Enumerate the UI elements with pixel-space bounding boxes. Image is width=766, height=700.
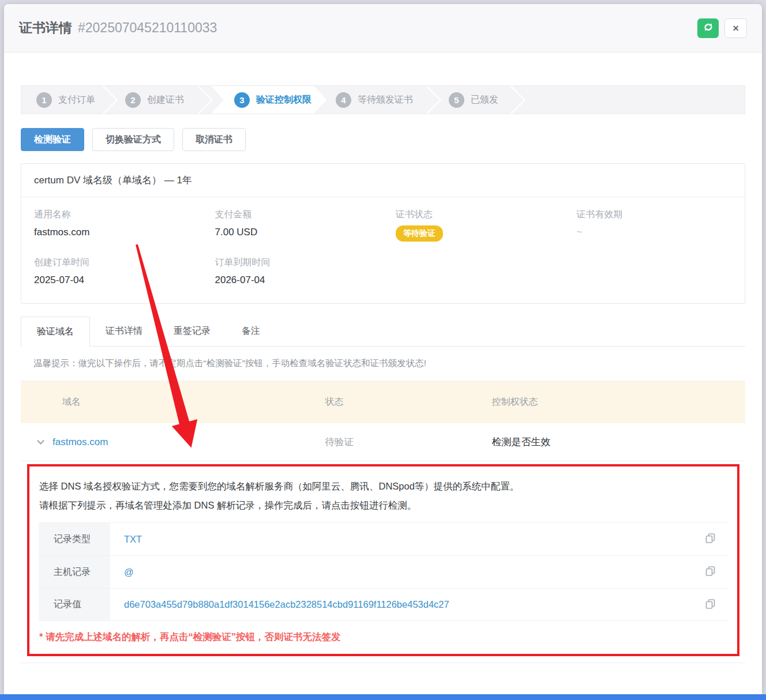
tab-verify-domain[interactable]: 验证域名 (21, 317, 90, 347)
field-label: 创建订单时间 (34, 257, 190, 269)
record-value: d6e703a455d79b880a1df3014156e2acb2328514… (110, 589, 692, 620)
dns-desc-line2: 请根据下列提示，再域名管理处添加 DNS 解析记录，操作完成后，请点击按钮进行检… (39, 496, 726, 515)
control-status-action[interactable]: 检测是否生效 (491, 435, 745, 449)
field-label: 支付金额 (215, 209, 371, 221)
toolbar: 检测验证 切换验证方式 取消证书 (21, 128, 745, 151)
record-label: 主机记录 (39, 556, 110, 588)
modal-body: 1 支付订单 2 创建证书 3 验证控制权限 4 等待颁发证书 5 已颁发 检测… (4, 85, 762, 663)
step-label: 等待颁发证书 (358, 94, 413, 106)
tab-content-divider (21, 656, 745, 663)
close-button[interactable]: ✕ (724, 18, 747, 38)
record-row-value: 记录值 d6e703a455d79b880a1df3014156e2acb232… (39, 588, 728, 621)
record-label: 记录类型 (39, 523, 110, 555)
field-label: 通用名称 (34, 209, 190, 221)
refresh-button[interactable] (697, 18, 719, 38)
field-value: 7.00 USD (215, 227, 371, 238)
field-created-time: 创建订单时间 2025-07-04 (21, 257, 202, 286)
step-create-cert: 2 创建证书 (116, 86, 211, 114)
step-label: 已颁发 (471, 94, 498, 106)
status-badge: 等待验证 (396, 225, 443, 242)
product-title: certum DV 域名级（单域名） — 1年 (21, 164, 745, 197)
field-label: 证书状态 (396, 209, 551, 221)
record-row-host: 主机记录 @ (39, 555, 728, 588)
column-status: 状态 (325, 396, 492, 408)
domain-status: 待验证 (325, 436, 492, 449)
step-number: 5 (449, 92, 464, 108)
step-number: 4 (336, 92, 351, 108)
field-value: 2025-07-04 (34, 274, 190, 286)
certificate-detail-modal: 证书详情 #202507045210110033 ✕ 1 (4, 4, 762, 694)
copy-icon (704, 532, 716, 546)
domain-row: fastmos.com 待验证 检测是否生效 (21, 423, 745, 461)
record-value: @ (110, 556, 692, 588)
step-verify-control: 3 验证控制权限 (211, 86, 326, 114)
tab-remarks[interactable]: 备注 (226, 317, 276, 346)
step-label: 验证控制权限 (256, 94, 311, 106)
field-value: fastmos.com (34, 227, 190, 238)
dns-record-table: 记录类型 TXT 主机记录 @ (39, 522, 728, 621)
page-title: 证书详情 (19, 19, 72, 37)
field-label: 证书有效期 (577, 209, 733, 221)
field-cert-status: 证书状态 等待验证 (383, 209, 564, 242)
close-icon: ✕ (733, 24, 739, 33)
field-validity: 证书有效期 ~ (564, 209, 745, 242)
header-actions: ✕ (697, 18, 747, 38)
dns-desc-line1: 选择 DNS 域名授权验证方式，您需要到您的域名解析服务商（如阿里云、腾讯、DN… (39, 477, 726, 496)
cancel-cert-button[interactable]: 取消证书 (182, 128, 246, 151)
tab-reissue-records[interactable]: 重签记录 (158, 317, 226, 346)
check-verify-button[interactable]: 检测验证 (21, 128, 84, 151)
copy-icon (704, 565, 716, 579)
switch-verify-method-button[interactable]: 切换验证方式 (92, 128, 174, 151)
field-common-name: 通用名称 fastmos.com (21, 209, 202, 242)
step-label: 支付订单 (58, 94, 95, 106)
copy-icon (704, 598, 716, 612)
field-value: 2026-07-04 (215, 274, 371, 286)
step-number: 2 (125, 92, 141, 108)
step-number: 3 (234, 92, 250, 108)
domain-link[interactable]: fastmos.com (52, 436, 108, 448)
field-expire-time: 订单到期时间 2026-07-04 (202, 257, 384, 286)
progress-steps: 1 支付订单 2 创建证书 3 验证控制权限 4 等待颁发证书 5 已颁发 (21, 85, 745, 114)
tip-text: 温馨提示：做完以下操作后，请不定期点击“检测验证”按钮，手动检查域名验证状态和证… (21, 347, 745, 381)
column-domain: 域名 (21, 396, 325, 408)
dns-verify-panel: 选择 DNS 域名授权验证方式，您需要到您的域名解析服务商（如阿里云、腾讯、DN… (27, 464, 739, 656)
refresh-icon (703, 21, 714, 35)
certificate-card: certum DV 域名级（单域名） — 1年 通用名称 fastmos.com… (21, 163, 745, 304)
record-value: TXT (110, 523, 692, 555)
copy-host-record-button[interactable] (692, 556, 728, 588)
order-id: #202507045210110033 (78, 20, 217, 36)
field-amount: 支付金额 7.00 USD (202, 209, 384, 242)
modal-header: 证书详情 #202507045210110033 ✕ (4, 4, 762, 52)
record-row-type: 记录类型 TXT (39, 522, 728, 555)
step-issued: 5 已颁发 (440, 86, 524, 114)
column-control-status: 控制权状态 (491, 396, 745, 408)
step-number: 1 (36, 92, 52, 108)
step-wait-issue: 4 等待颁发证书 (326, 86, 440, 114)
field-label: 订单到期时间 (215, 257, 371, 269)
dns-description: 选择 DNS 域名授权验证方式，您需要到您的域名解析服务商（如阿里云、腾讯、DN… (29, 477, 737, 515)
field-value: ~ (577, 227, 733, 238)
bottom-blue-bar (0, 694, 766, 700)
tab-cert-detail[interactable]: 证书详情 (90, 317, 158, 346)
step-label: 创建证书 (147, 94, 184, 106)
record-label: 记录值 (39, 589, 110, 620)
domain-cell: fastmos.com (21, 436, 325, 448)
copy-record-type-button[interactable] (692, 523, 728, 555)
detail-tabs: 验证域名 证书详情 重签记录 备注 (21, 317, 745, 347)
step-pay-order: 1 支付订单 (21, 86, 116, 114)
chevron-down-icon[interactable] (37, 437, 44, 445)
copy-record-value-button[interactable] (692, 589, 728, 620)
domain-table-header: 域名 状态 控制权状态 (21, 381, 745, 423)
dns-warning-text: * 请先完成上述域名的解析，再点击“检测验证”按钮，否则证书无法签发 (39, 631, 737, 643)
certificate-fields: 通用名称 fastmos.com 支付金额 7.00 USD 证书状态 等待验证… (21, 197, 745, 303)
